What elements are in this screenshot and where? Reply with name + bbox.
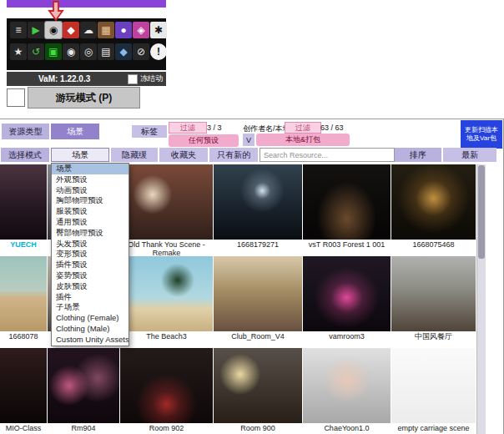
main-toolbar: ≡ ▶ ◉ ◆ ☁ ▦ ● ◈ ✱ ★ ↺ ▣ ◉ ◎ ▤ ◆ ⊘ !	[7, 18, 166, 70]
hand-icon[interactable]: ✱	[150, 22, 167, 38]
version-dropdown-button[interactable]: V	[243, 134, 255, 146]
scene-tile[interactable]: vamroom3	[303, 256, 391, 347]
toolbar-titlebar[interactable]	[7, 0, 166, 8]
scene-label: 1668179271	[214, 240, 302, 255]
only-new-button[interactable]: 只有新的	[209, 148, 258, 162]
favorites-icon[interactable]: ★	[10, 43, 27, 60]
scene-tile[interactable]: YUECH	[0, 164, 47, 255]
scene-label: vamroom3	[303, 331, 391, 347]
scene-tile[interactable]: ChaeYoon1.0	[303, 348, 391, 434]
dropdown-item-subscene[interactable]: 子场景	[52, 302, 129, 313]
scene-tile[interactable]: Room 900	[214, 348, 302, 434]
dropdown-item-pose-preset[interactable]: 姿势预设	[52, 270, 129, 281]
scene-tile[interactable]: MIO-Class	[0, 348, 47, 434]
dropdown-item-skin-preset[interactable]: 皮肤预设	[52, 281, 129, 292]
vertical-scrollbar[interactable]	[476, 164, 486, 434]
scene-thumbnail	[303, 164, 391, 240]
dropdown-item-morph-preset[interactable]: 变形预设	[52, 249, 129, 260]
dropdown-item-appearance-preset[interactable]: 外观预设	[52, 174, 129, 185]
shield-icon[interactable]: ◆	[115, 43, 132, 60]
version-bar: VaM: 1.22.0.3 冻结动	[7, 72, 166, 86]
dropdown-item-general-preset[interactable]: 通用预设	[52, 217, 129, 228]
scene-label: Rm904	[48, 423, 119, 434]
dropdown-item-custom-unity-assets[interactable]: Custom Unity Assets	[52, 335, 129, 346]
sort-button[interactable]: 排序	[395, 148, 441, 162]
scene-thumbnail	[0, 348, 47, 423]
preset-filter-input[interactable]	[169, 122, 207, 134]
target-icon[interactable]: ▣	[45, 43, 62, 60]
tags-button[interactable]: 标签	[132, 125, 167, 138]
play-mode-checkbox[interactable]	[7, 88, 25, 107]
camera-icon[interactable]: ◉	[63, 43, 79, 60]
scene-label: Room 902	[120, 423, 213, 434]
rescan-packages-button[interactable]: 更新扫描本地及Var包	[461, 120, 502, 149]
scrollbar-thumb[interactable]	[478, 165, 485, 259]
any-preset-button[interactable]: 任何预设	[169, 134, 239, 147]
resource-type-button[interactable]: 资源类型	[2, 124, 49, 139]
dropdown-item-glute-physics-preset[interactable]: 臀部物理预设	[52, 228, 129, 239]
scene-tile[interactable]: vsT R003 Forest 1 001	[303, 164, 391, 255]
dropdown-item-breast-physics-preset[interactable]: 胸部物理预设	[52, 195, 129, 206]
block-icon[interactable]: ⊘	[133, 43, 149, 60]
search-input[interactable]	[260, 148, 395, 162]
alert-icon[interactable]: !	[150, 43, 167, 60]
dropdown-item-scene[interactable]: 场景	[52, 164, 129, 174]
load-scene-icon[interactable]: ▶	[28, 22, 44, 38]
freeze-motion-checkbox[interactable]	[128, 74, 138, 84]
local-pack-button[interactable]: 本地&打包	[256, 134, 350, 146]
resource-browser-panel: 资源类型 场景 标签 3 / 3 任何预设 创作者名/本地 63 / 63 V …	[0, 119, 504, 434]
edit-mode-icon[interactable]: ◆	[63, 22, 79, 38]
dropdown-item-plugin[interactable]: 插件	[52, 292, 129, 303]
scene-tile[interactable]: 1668179271	[214, 164, 302, 255]
scene-tile[interactable]: Rm904	[48, 348, 119, 434]
package-manager-icon[interactable]: ▦	[98, 22, 114, 38]
hub-icon[interactable]: ☁	[80, 22, 97, 38]
scene-label: YUECH	[0, 240, 47, 255]
scene-tile[interactable]: empty carriage scene	[391, 348, 476, 434]
undo-icon[interactable]: ↺	[28, 43, 44, 60]
favorites-button[interactable]: 收藏夹	[159, 148, 208, 162]
app-version: VaM: 1.22.0.3	[38, 74, 90, 83]
dropdown-item-clothing-female[interactable]: Clothing (Female)	[52, 313, 129, 324]
latest-button[interactable]: 最新	[443, 148, 496, 162]
scene-label: ChaeYoon1.0	[303, 423, 391, 434]
keyboard-icon[interactable]: ▤	[98, 43, 114, 60]
menu-icon[interactable]: ≡	[10, 22, 27, 38]
scene-label: 中国风餐厅	[391, 331, 476, 347]
scene-thumbnail	[303, 256, 391, 331]
hide-button[interactable]: 隐藏缓	[111, 148, 158, 162]
scene-label: vsT R003 Forest 1 001	[303, 240, 391, 255]
play-mode-button[interactable]: 游玩模式 (P)	[28, 87, 140, 108]
person-icon[interactable]: ●	[115, 22, 132, 38]
scene-tile[interactable]: Old Thank You Scene - Remake	[120, 164, 213, 255]
scene-tile[interactable]: 1668075468	[391, 164, 476, 255]
scene-label: The Beach3	[120, 331, 213, 347]
dropdown-item-clothing-preset[interactable]: 服装预设	[52, 206, 129, 217]
screenshot-icon[interactable]: ◉	[45, 22, 62, 38]
category-dropdown-button[interactable]: 场景	[51, 148, 109, 162]
scene-tile[interactable]: 中国风餐厅	[391, 256, 476, 347]
scene-tile[interactable]: Club_Room_V4	[214, 256, 302, 347]
wardrobe-icon[interactable]: ◈	[133, 22, 149, 38]
freeze-motion-label: 冻结动	[140, 73, 163, 84]
scene-thumbnail	[391, 164, 476, 240]
resource-type-value-button[interactable]: 场景	[51, 124, 99, 139]
scene-tile[interactable]: Room 902	[120, 348, 213, 434]
select-mode-button[interactable]: 选择模式	[1, 148, 49, 162]
creator-filter-input[interactable]	[285, 122, 321, 134]
scene-thumbnail	[391, 256, 476, 331]
dropdown-item-clothing-male[interactable]: Clothing (Male)	[52, 324, 129, 335]
scene-tile[interactable]: 1668078	[0, 256, 47, 347]
scene-thumbnail	[120, 348, 213, 423]
dropdown-item-hair-preset[interactable]: 头发预设	[52, 239, 129, 250]
dropdown-item-plugin-preset[interactable]: 插件预设	[52, 260, 129, 270]
category-dropdown-list: 场景 外观预设 动画预设 胸部物理预设 服装预设 通用预设 臀部物理预设 头发预…	[51, 163, 129, 346]
scene-label: MIO-Class	[0, 423, 47, 434]
scene-thumbnail	[0, 164, 47, 240]
red-arrow-annotation	[48, 1, 64, 21]
scene-tile[interactable]: The Beach3	[120, 256, 213, 347]
scene-label: Room 900	[214, 423, 302, 434]
video-icon[interactable]: ◎	[80, 43, 97, 60]
dropdown-item-animation-preset[interactable]: 动画预设	[52, 185, 129, 196]
toolbar-row-2: ★ ↺ ▣ ◉ ◎ ▤ ◆ ⊘ !	[10, 43, 167, 60]
